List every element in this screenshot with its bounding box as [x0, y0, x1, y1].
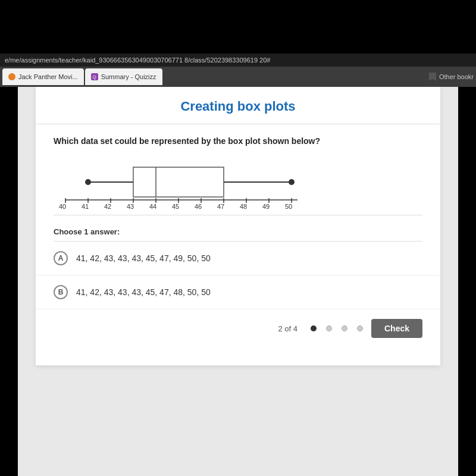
tab-blackpanther[interactable]: Jack Panther Movi...: [2, 68, 84, 85]
footer-bar: 2 of 4 Check: [36, 309, 440, 347]
svg-text:45: 45: [172, 203, 179, 209]
box-plot-container: 40 41 42 43 44 45 46 47 48 49 50: [36, 155, 440, 209]
box-rect: [133, 167, 224, 197]
dot-2: [326, 325, 332, 331]
question-text: Which data set could be represented by t…: [36, 124, 440, 155]
url-bar: e/me/assignments/teacher/kaid_9306663563…: [0, 54, 476, 67]
other-bookmarks-text: Other bookr: [439, 73, 474, 80]
tabs-bar: Jack Panther Movi... Q Summary - Quizizz…: [0, 67, 476, 87]
dot-1: [311, 325, 317, 331]
box-plot-svg: 40 41 42 43 44 45 46 47 48 49 50: [54, 155, 303, 209]
svg-text:47: 47: [217, 203, 224, 209]
answer-option-a[interactable]: A 41, 42, 43, 43, 43, 45, 47, 49, 50, 50: [36, 242, 440, 275]
svg-text:41: 41: [82, 203, 89, 209]
answer-circle-a: A: [54, 251, 68, 265]
divider-1: [54, 215, 422, 215]
quiz-title: Creating box plots: [36, 87, 440, 124]
tab-other-bookmarks: Other bookr: [429, 73, 474, 81]
max-dot: [289, 179, 295, 185]
check-button[interactable]: Check: [371, 319, 422, 338]
url-text: e/me/assignments/teacher/kaid_9306663563…: [5, 57, 270, 64]
tab-icon-orange: [8, 73, 15, 80]
svg-text:49: 49: [262, 203, 270, 209]
svg-text:48: 48: [240, 203, 247, 209]
page-indicator: 2 of 4: [278, 324, 298, 333]
answer-text-b: 41, 42, 43, 43, 43, 45, 47, 48, 50, 50: [76, 287, 211, 297]
answer-text-a: 41, 42, 43, 43, 43, 45, 47, 49, 50, 50: [76, 253, 211, 263]
tab-label-1: Jack Panther Movi...: [18, 73, 78, 80]
svg-text:40: 40: [59, 203, 66, 209]
svg-text:44: 44: [149, 203, 156, 209]
tab-icon-q: Q: [91, 73, 98, 80]
svg-text:42: 42: [104, 203, 111, 209]
dot-4: [357, 325, 363, 331]
content-area: Creating box plots Which data set could …: [18, 87, 458, 476]
bookmark-icon: [429, 73, 436, 81]
choose-label: Choose 1 answer:: [36, 221, 440, 241]
tab-label-2: Summary - Quizizz: [101, 73, 156, 80]
tab-summary-quizizz[interactable]: Q Summary - Quizizz: [85, 68, 162, 85]
quiz-card: Creating box plots Which data set could …: [36, 87, 440, 365]
svg-text:43: 43: [127, 203, 134, 209]
min-dot: [85, 179, 91, 185]
svg-text:46: 46: [195, 203, 202, 209]
black-top-area: [0, 0, 476, 54]
dot-3: [342, 325, 347, 331]
browser-bar: e/me/assignments/teacher/kaid_9306663563…: [0, 54, 476, 87]
answer-circle-b: B: [54, 285, 68, 299]
svg-text:50: 50: [285, 203, 292, 209]
answer-option-b[interactable]: B 41, 42, 43, 43, 43, 45, 47, 48, 50, 50: [36, 275, 440, 309]
